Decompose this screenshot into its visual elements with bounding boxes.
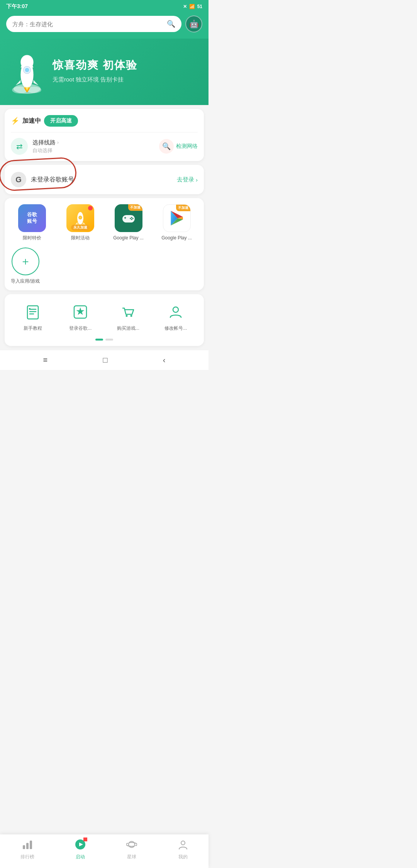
svg-point-2	[27, 87, 41, 93]
page-dot-1	[95, 339, 103, 341]
quick-item-login-google[interactable]: 登录谷歌...	[59, 302, 103, 332]
route-arrow: ›	[57, 140, 59, 145]
banner: 惊喜劲爽 初体验 无需root 独立环境 告别卡挂	[0, 39, 208, 105]
status-time: 下午3:07	[6, 3, 28, 10]
page-dots	[11, 337, 198, 342]
gplay2-icon: 不加速	[163, 204, 191, 232]
quick-name-edit-account: 修改帐号...	[164, 325, 187, 332]
svg-point-6	[25, 68, 29, 72]
quick-name-login-google: 登录谷歌...	[69, 325, 92, 332]
svg-point-24	[125, 315, 127, 317]
account-left: G 未登录谷歌账号	[11, 172, 74, 187]
add-app-label: 导入应用/游戏	[11, 278, 40, 285]
account-text: 未登录谷歌账号	[31, 176, 74, 184]
apps-grid: 谷歌账号 限时特价 永久加速 限时活动	[11, 204, 198, 241]
svg-point-15	[130, 218, 131, 219]
app-item-gplay2[interactable]: 不加速	[156, 204, 198, 241]
quick-item-buy-game[interactable]: 购买游戏...	[106, 302, 150, 332]
not-accel-badge-2: 不加速	[176, 205, 190, 211]
svg-point-14	[132, 218, 133, 219]
svg-rect-21	[29, 308, 31, 310]
route-sub: 自动选择	[32, 147, 59, 154]
high-speed-button[interactable]: 开启高速	[44, 115, 78, 127]
tutorial-icon	[23, 302, 43, 322]
home-button[interactable]: □	[97, 354, 114, 366]
notification-badge	[88, 206, 93, 210]
route-icon: ⇄	[11, 138, 28, 155]
app-name-gplay2: Google Play ...	[161, 235, 192, 241]
google-acct-icon: 谷歌账号	[18, 204, 46, 232]
route-row[interactable]: ⇄ 选择线路 › 自动选择 🔍 检测网络	[11, 138, 198, 155]
quick-name-tutorial: 新手教程	[24, 325, 42, 332]
search-icon: 🔍	[167, 20, 175, 28]
status-bar: 下午3:07 ✕ 📶 51	[0, 0, 208, 12]
login-label: 去登录	[177, 176, 194, 183]
app-item-google-acct[interactable]: 谷歌账号 限时特价	[11, 204, 53, 241]
header: 🔍 🤖	[0, 12, 208, 39]
route-name: 选择线路 ›	[32, 139, 59, 146]
page-dot-2	[105, 339, 113, 341]
banner-subtitle: 无需root 独立环境 告别卡挂	[53, 75, 137, 84]
account-card: G 未登录谷歌账号 去登录 ›	[5, 165, 204, 194]
buy-game-icon	[118, 302, 138, 322]
quick-name-buy-game: 购买游戏...	[117, 325, 139, 332]
detect-network-button[interactable]: 🔍 检测网络	[159, 139, 198, 154]
edit-account-icon	[166, 302, 186, 322]
svg-point-16	[131, 219, 132, 220]
account-card-inner: G 未登录谷歌账号 去登录 ›	[11, 172, 198, 187]
svg-point-25	[130, 315, 132, 317]
app-name-gplay1: Google Play ...	[113, 235, 144, 241]
banner-text: 惊喜劲爽 初体验 无需root 独立环境 告别卡挂	[53, 58, 137, 84]
app-item-rocket[interactable]: 永久加速 限时活动	[59, 204, 101, 241]
status-battery: 51	[197, 4, 202, 9]
avatar[interactable]: 🤖	[185, 15, 202, 32]
not-accel-badge-1: 不加速	[128, 204, 142, 211]
banner-rocket	[8, 48, 46, 94]
add-app-button[interactable]: ＋ 导入应用/游戏	[11, 248, 40, 285]
app-name-google-acct: 限时特价	[23, 235, 41, 241]
route-info: 选择线路 › 自动选择	[32, 139, 59, 154]
accel-header: ⚡ 加速中 开启高速	[11, 115, 198, 127]
back-button[interactable]: ‹	[157, 354, 172, 366]
quick-item-edit-account[interactable]: 修改帐号...	[154, 302, 198, 332]
svg-marker-23	[76, 307, 85, 315]
banner-title: 惊喜劲爽 初体验	[53, 58, 137, 73]
accelerate-card: ⚡ 加速中 开启高速 ⇄ 选择线路 › 自动选择 🔍 检测网络	[5, 109, 204, 161]
menu-button[interactable]: ≡	[37, 354, 54, 366]
svg-point-26	[173, 307, 178, 312]
lightning-icon: ⚡	[11, 117, 19, 125]
quick-actions-card: 新手教程 登录谷歌... 购买游戏...	[5, 294, 204, 346]
apps-grid-card: 谷歌账号 限时特价 永久加速 限时活动	[5, 198, 204, 290]
status-icons: ✕ 📶 51	[183, 4, 202, 9]
quick-item-tutorial[interactable]: 新手教程	[11, 302, 55, 332]
route-left: ⇄ 选择线路 › 自动选择	[11, 138, 59, 155]
detect-icon: 🔍	[159, 139, 174, 154]
svg-rect-12	[125, 217, 125, 219]
login-button[interactable]: 去登录 ›	[177, 176, 198, 183]
app-name-rocket: 限时活动	[71, 235, 90, 241]
add-icon: ＋	[12, 248, 39, 275]
status-close-icon: ✕	[183, 4, 187, 9]
avatar-icon: 🤖	[189, 19, 199, 29]
svg-rect-17	[27, 306, 38, 319]
google-g-icon: G	[11, 172, 26, 187]
svg-point-13	[131, 217, 132, 218]
status-wifi-icon: 📶	[189, 4, 195, 9]
detect-label: 检测网络	[176, 143, 198, 150]
system-nav: ≡ □ ‹	[0, 350, 208, 370]
rocket-icon: 永久加速	[66, 204, 94, 232]
app-item-gplay1[interactable]: 不加速 Google Play ...	[107, 204, 149, 241]
login-google-icon	[70, 302, 90, 322]
gplay1-icon: 不加速	[115, 204, 142, 232]
login-arrow: ›	[196, 176, 198, 183]
svg-point-9	[79, 216, 82, 219]
search-bar[interactable]: 🔍	[6, 16, 181, 32]
quick-grid: 新手教程 登录谷歌... 购买游戏...	[11, 302, 198, 332]
accel-status: 加速中	[22, 117, 41, 125]
divider	[11, 132, 198, 132]
search-input[interactable]	[12, 21, 164, 27]
